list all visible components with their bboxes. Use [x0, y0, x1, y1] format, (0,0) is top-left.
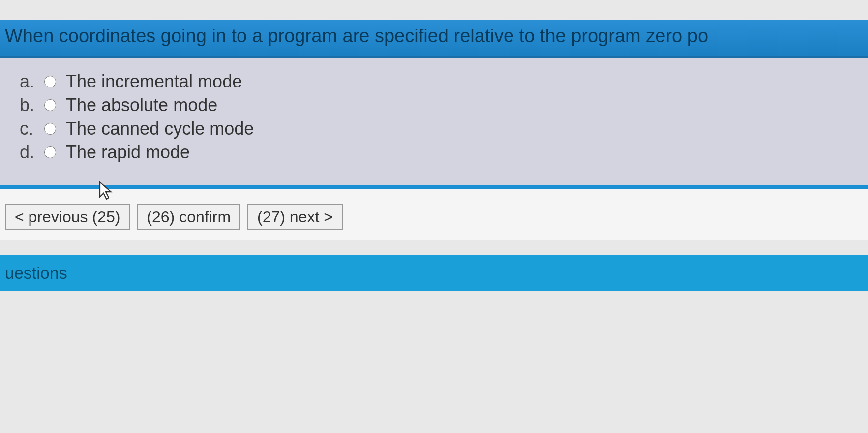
footer-label: uestions: [5, 263, 67, 282]
question-text: When coordinates going in to a program a…: [5, 26, 708, 46]
answer-option-a[interactable]: a. The incremental mode: [20, 71, 858, 92]
radio-b[interactable]: [44, 99, 56, 111]
question-header: When coordinates going in to a program a…: [0, 20, 868, 58]
confirm-button[interactable]: (26) confirm: [137, 204, 240, 230]
navigation-bar: < previous (25) (26) confirm (27) next >: [0, 189, 868, 240]
answer-letter: b.: [20, 95, 44, 115]
answer-text: The absolute mode: [66, 95, 217, 115]
radio-a[interactable]: [44, 76, 56, 87]
answer-text: The rapid mode: [66, 142, 190, 163]
answer-letter: a.: [20, 71, 44, 92]
answer-option-b[interactable]: b. The absolute mode: [20, 95, 858, 115]
radio-d[interactable]: [44, 146, 56, 158]
previous-button[interactable]: < previous (25): [5, 204, 130, 230]
next-button[interactable]: (27) next >: [247, 204, 343, 230]
answer-option-d[interactable]: d. The rapid mode: [20, 142, 858, 163]
quiz-page: When coordinates going in to a program a…: [0, 0, 868, 291]
answer-letter: c.: [20, 118, 44, 139]
footer-bar: uestions: [0, 255, 868, 291]
answer-option-c[interactable]: c. The canned cycle mode: [20, 118, 858, 139]
answers-panel: a. The incremental mode b. The absolute …: [0, 58, 868, 189]
answer-text: The canned cycle mode: [66, 118, 254, 139]
radio-c[interactable]: [44, 123, 56, 135]
answer-text: The incremental mode: [66, 71, 242, 92]
answer-letter: d.: [20, 142, 44, 163]
